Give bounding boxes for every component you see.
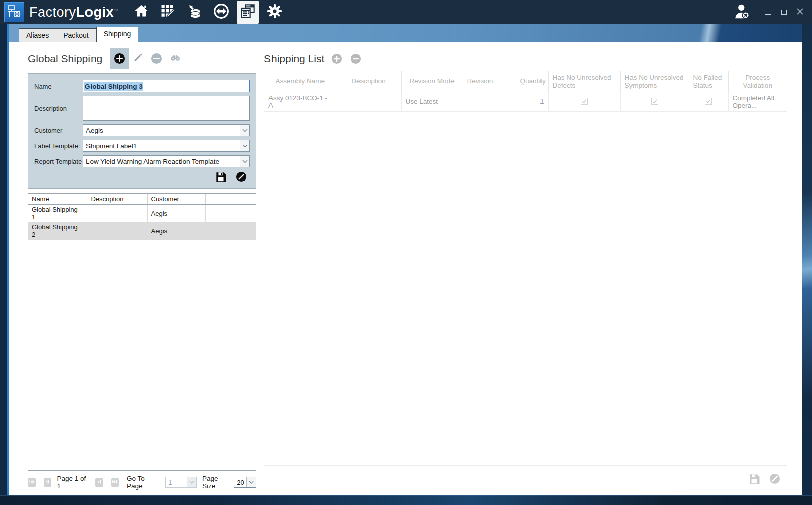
- pager-prev-icon: [44, 479, 50, 486]
- label-template-select[interactable]: Shipment Label1: [83, 140, 250, 152]
- go-to-page-label: Go To Page: [127, 475, 160, 490]
- symptoms-checkbox-checked[interactable]: [651, 98, 658, 105]
- dropdown-icon[interactable]: [240, 125, 249, 136]
- failed-status-checkbox-checked[interactable]: [705, 98, 712, 105]
- pager-next-button[interactable]: [95, 478, 103, 487]
- grid-row[interactable]: Global Shipping 1 Aegis: [28, 205, 256, 222]
- shipping-list-actions: [264, 473, 787, 486]
- shipping-list-toolbar: [331, 48, 362, 69]
- shipping-list-header: Shipping List: [264, 48, 787, 69]
- app-logo: [4, 2, 24, 22]
- dropdown-icon[interactable]: [240, 156, 249, 167]
- grid-col-name[interactable]: Name: [28, 194, 87, 205]
- form-actions: [34, 171, 250, 184]
- planning-icon: [160, 4, 175, 21]
- titlebar: FactoryLogix™: [0, 0, 812, 24]
- grid-col-customer[interactable]: Customer: [147, 194, 205, 205]
- remove-global-shipping-button[interactable]: [147, 48, 166, 69]
- save-button-disabled[interactable]: [749, 473, 760, 486]
- report-template-select[interactable]: Low Yield Warning Alarm Reaction Templat…: [83, 155, 250, 167]
- grid-col-description[interactable]: Description: [87, 194, 147, 205]
- data-icon: [187, 4, 202, 21]
- defects-checkbox-checked[interactable]: [581, 98, 588, 105]
- col-process-validation[interactable]: Process Validation: [728, 71, 787, 92]
- cancel-button-disabled[interactable]: [769, 473, 780, 486]
- shipping-list-title: Shipping List: [264, 53, 324, 65]
- shipping-row[interactable]: Assy 0123-BCO-1 - A Use Latest 1: [264, 92, 787, 111]
- pager-first-button[interactable]: [28, 478, 36, 487]
- window-controls: [764, 8, 804, 16]
- nav-home-button[interactable]: [130, 1, 152, 23]
- tab-shipping[interactable]: Shipping: [96, 27, 139, 42]
- minimize-button[interactable]: [764, 8, 772, 16]
- nav-settings-button[interactable]: [263, 1, 286, 23]
- cell-quantity: 1: [516, 92, 548, 111]
- maximize-button[interactable]: [780, 8, 788, 16]
- col-revision-mode[interactable]: Revision Mode: [401, 71, 463, 92]
- dropdown-icon[interactable]: [240, 140, 249, 151]
- description-label: Description: [34, 105, 83, 112]
- page-size-label: Page Size: [202, 475, 231, 490]
- dropdown-icon[interactable]: [187, 477, 196, 487]
- window-border-bottom: [0, 495, 812, 505]
- cell-no-unresolved-symptoms: [620, 92, 689, 111]
- cell-revision: [463, 92, 516, 111]
- pager-page-text: Page 1 of 1: [57, 475, 89, 490]
- logo-icon: [7, 4, 21, 20]
- col-assembly-name[interactable]: Assembly Name: [264, 71, 336, 92]
- page-size-combo[interactable]: 20: [234, 477, 256, 488]
- main-navbar: [130, 0, 286, 24]
- tab-packout[interactable]: Packout: [56, 28, 97, 42]
- dropdown-icon[interactable]: [246, 477, 256, 487]
- global-shipping-header: Global Shipping: [28, 48, 256, 69]
- customer-row: Customer Aegis: [34, 124, 250, 136]
- edit-icon: [133, 52, 143, 65]
- go-to-page-combo[interactable]: 1: [165, 477, 197, 488]
- remove-shipping-item-button[interactable]: [350, 53, 362, 64]
- nav-data-button[interactable]: [184, 1, 206, 23]
- nav-planning-button[interactable]: [157, 1, 179, 23]
- add-shipping-item-button[interactable]: [331, 53, 342, 64]
- nav-reports-button[interactable]: [237, 1, 259, 24]
- label-template-value: Shipment Label1: [86, 142, 137, 150]
- pager-prev-button[interactable]: [44, 478, 52, 487]
- customer-value: Aegis: [86, 127, 103, 134]
- col-no-unresolved-defects[interactable]: Has No Unresolved Defects: [548, 71, 620, 92]
- label-template-row: Label Template: Shipment Label1: [34, 140, 250, 152]
- add-global-shipping-button[interactable]: [110, 48, 129, 69]
- cancel-button[interactable]: [236, 171, 247, 184]
- cell-blank: [205, 205, 256, 222]
- tab-aliases[interactable]: Aliases: [19, 28, 56, 42]
- close-button[interactable]: [796, 8, 804, 16]
- find-global-shipping-button[interactable]: [166, 48, 185, 69]
- grid-row-selected[interactable]: Global Shipping 2 Aegis: [28, 222, 256, 240]
- cell-process-validation: Completed All Opera...: [728, 92, 787, 111]
- tab-strip: Aliases Packout Shipping: [9, 24, 802, 42]
- add-icon: [114, 53, 125, 64]
- save-button[interactable]: [215, 171, 226, 184]
- col-description[interactable]: Description: [336, 71, 401, 92]
- logout-user-button[interactable]: [733, 2, 751, 22]
- cell-customer: Aegis: [147, 205, 205, 222]
- titlebar-right: [733, 2, 804, 22]
- page-size-value: 20: [234, 479, 244, 486]
- pager-last-button[interactable]: [111, 478, 119, 487]
- global-shipping-form: Name Global Shipping 3 Description Custo…: [28, 73, 256, 189]
- go-to-page-value: 1: [166, 479, 172, 486]
- customer-select[interactable]: Aegis: [83, 124, 250, 136]
- col-no-unresolved-symptoms[interactable]: Has No Unresolved Symptoms: [620, 71, 689, 92]
- cell-name: Global Shipping 2: [28, 222, 87, 240]
- pager-next-icon: [96, 479, 102, 486]
- col-no-failed-status[interactable]: No Failed Status: [689, 71, 728, 92]
- col-quantity[interactable]: Quantity: [516, 71, 548, 92]
- description-input[interactable]: [83, 96, 250, 121]
- edit-global-shipping-button[interactable]: [129, 48, 147, 69]
- nav-transfer-button[interactable]: [210, 1, 232, 23]
- brand-factory: Factory: [29, 5, 76, 20]
- logout-user-icon: [733, 13, 751, 22]
- content-frame: Aliases Packout Shipping Global Shipping: [7, 24, 802, 495]
- col-revision[interactable]: Revision: [463, 71, 516, 92]
- name-input[interactable]: Global Shipping 3: [83, 80, 250, 92]
- cell-description: [336, 92, 401, 111]
- global-shipping-title: Global Shipping: [28, 53, 102, 65]
